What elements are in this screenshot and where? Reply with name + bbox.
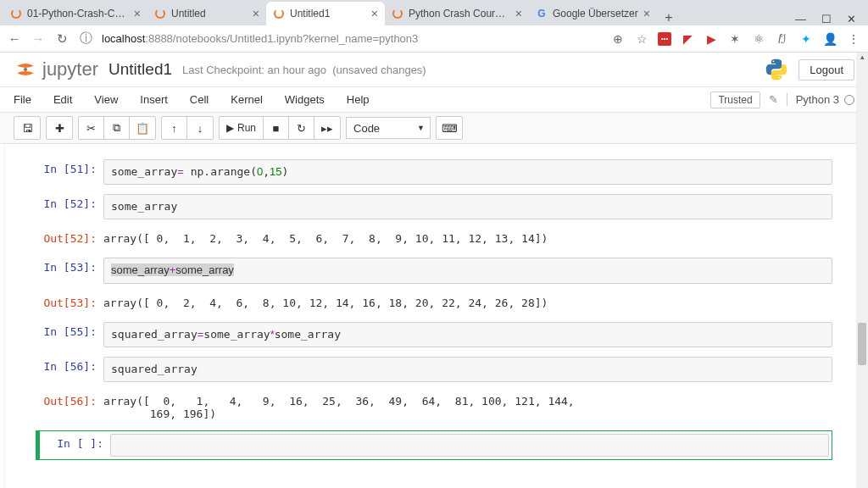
browser-tab[interactable]: Untitled×	[147, 2, 266, 25]
extension-icon[interactable]: ▶	[704, 31, 719, 47]
menu-widgets[interactable]: Widgets	[285, 93, 325, 106]
insert-cell-button[interactable]: ✚	[47, 117, 72, 139]
code-cell[interactable]: In [ ]:	[36, 430, 832, 460]
code-input[interactable]: some_array+some_array	[103, 258, 832, 283]
window-controls: — ☐ ✕	[787, 13, 865, 25]
star-icon[interactable]: ☆	[634, 31, 649, 47]
kernel-status-icon	[844, 95, 854, 105]
menu-bar: FileEditViewInsertCellKernelWidgetsHelp …	[0, 87, 868, 113]
toolbar: 🖫 ✚ ✂ ⧉ 📋 ↑ ↓ ▶ Run ■ ↻ ▸▸ Code ⌨	[0, 113, 868, 144]
input-prompt: In [51]:	[36, 159, 103, 185]
move-up-button[interactable]: ↑	[162, 117, 187, 139]
tab-close-icon[interactable]: ×	[253, 8, 259, 19]
code-cell[interactable]: In [52]:some_array	[36, 191, 832, 222]
command-palette-button[interactable]: ⌨	[437, 117, 462, 139]
copy-button[interactable]: ⧉	[104, 117, 130, 139]
cell-type-select[interactable]: Code	[346, 117, 431, 139]
minimize-icon[interactable]: —	[795, 13, 806, 25]
tab-close-icon[interactable]: ×	[371, 8, 378, 19]
extension-icon[interactable]: ſℐ	[775, 31, 790, 47]
interrupt-button[interactable]: ■	[264, 117, 289, 139]
extension-icon[interactable]: ✶	[727, 31, 743, 47]
input-prompt: In [ ]:	[42, 434, 110, 457]
forward-icon[interactable]: →	[31, 31, 46, 46]
extension-icon[interactable]: •••	[658, 32, 671, 46]
maximize-icon[interactable]: ☐	[821, 13, 832, 25]
browser-tab[interactable]: Untitled1×	[266, 2, 385, 25]
python-icon	[765, 58, 788, 81]
menu-edit[interactable]: Edit	[53, 93, 72, 106]
notebook-area: In [51]:some_array= np.arange(0,15)In [5…	[5, 144, 863, 488]
jupyter-header: jupyter Untitled1 Last Checkpoint: an ho…	[0, 53, 868, 87]
paste-button[interactable]: 📋	[130, 117, 155, 139]
restart-button[interactable]: ↻	[289, 117, 314, 139]
output-prompt: Out[52]:	[36, 229, 103, 248]
menu-icon[interactable]: ⋮	[846, 31, 861, 47]
extension-icon[interactable]: ✦	[798, 31, 814, 47]
menu-help[interactable]: Help	[347, 93, 370, 106]
edit-icon[interactable]: ✎	[769, 93, 778, 106]
reload-icon[interactable]: ↻	[54, 31, 70, 47]
output-prompt: Out[53]:	[36, 293, 103, 313]
output-cell: Out[52]:array([ 0, 1, 2, 3, 4, 5, 6, 7, …	[36, 226, 832, 251]
scrollbar[interactable]: ▴	[856, 53, 868, 488]
menu-kernel[interactable]: Kernel	[231, 93, 263, 106]
restart-run-all-button[interactable]: ▸▸	[314, 117, 340, 139]
output-cell: Out[53]:array([ 0, 2, 4, 6, 8, 10, 12, 1…	[36, 291, 832, 315]
profile-icon[interactable]: 👤	[822, 31, 837, 47]
kernel-indicator[interactable]: Python 3	[787, 93, 854, 106]
checkpoint-text: Last Checkpoint: an hour ago (unsaved ch…	[182, 64, 426, 76]
extension-icon[interactable]: ◤	[680, 31, 695, 47]
output-text: array([ 0, 2, 4, 6, 8, 10, 12, 14, 16, 1…	[103, 293, 832, 313]
browser-tab[interactable]: GGoogle Übersetzer×	[529, 2, 657, 25]
logout-button[interactable]: Logout	[798, 59, 854, 80]
output-cell: Out[56]:array([ 0, 1, 4, 9, 16, 25, 36, …	[36, 389, 832, 426]
notebook-title[interactable]: Untitled1	[108, 60, 172, 79]
close-icon[interactable]: ✕	[847, 13, 856, 25]
code-cell[interactable]: In [56]:squared_array	[36, 354, 832, 385]
code-input[interactable]: some_array	[103, 194, 832, 219]
browser-tab[interactable]: 01-Python-Crash-Course/×	[3, 2, 147, 25]
code-input[interactable]: some_array= np.arange(0,15)	[103, 159, 832, 185]
trusted-indicator[interactable]: Trusted	[710, 92, 760, 108]
browser-tab[interactable]: Python Crash Course Exerc×	[385, 2, 529, 25]
page-content: jupyter Untitled1 Last Checkpoint: an ho…	[0, 53, 868, 488]
input-prompt: In [52]:	[36, 194, 103, 219]
browser-actions: ⊕ ☆ ••• ◤ ▶ ✶ ⚛ ſℐ ✦ 👤 ⋮	[610, 31, 861, 47]
input-prompt: In [56]:	[36, 357, 103, 382]
tab-close-icon[interactable]: ×	[134, 8, 141, 19]
extension-icon[interactable]: ⚛	[751, 31, 766, 47]
svg-point-0	[24, 68, 27, 71]
url-text[interactable]: localhost:8888/notebooks/Untitled1.ipynb…	[102, 32, 602, 45]
code-cell[interactable]: In [55]:squared_array=some_array*some_ar…	[36, 319, 832, 350]
cut-button[interactable]: ✂	[79, 117, 104, 139]
output-text: array([ 0, 1, 2, 3, 4, 5, 6, 7, 8, 9, 10…	[103, 229, 832, 248]
menu-cell[interactable]: Cell	[190, 93, 209, 106]
code-cell[interactable]: In [53]:some_array+some_array	[36, 255, 832, 286]
code-input[interactable]	[110, 434, 829, 457]
zoom-icon[interactable]: ⊕	[610, 31, 626, 47]
output-text: array([ 0, 1, 4, 9, 16, 25, 36, 49, 64, …	[103, 391, 832, 424]
jupyter-logo[interactable]: jupyter	[14, 58, 98, 81]
menu-view[interactable]: View	[94, 93, 118, 106]
output-prompt: Out[56]:	[36, 391, 103, 424]
code-cell[interactable]: In [51]:some_array= np.arange(0,15)	[36, 157, 832, 187]
run-button[interactable]: ▶ Run	[220, 117, 264, 139]
site-info-icon[interactable]: ⓘ	[78, 30, 93, 47]
input-prompt: In [53]:	[36, 258, 103, 283]
code-input[interactable]: squared_array	[103, 357, 832, 382]
move-down-button[interactable]: ↓	[187, 117, 213, 139]
save-button[interactable]: 🖫	[14, 117, 40, 139]
input-prompt: In [55]:	[36, 322, 103, 347]
menu-file[interactable]: File	[14, 93, 31, 106]
menu-insert[interactable]: Insert	[140, 93, 168, 106]
tab-close-icon[interactable]: ×	[515, 8, 522, 19]
code-input[interactable]: squared_array=some_array*some_array	[103, 322, 832, 347]
new-tab-button[interactable]: +	[657, 10, 681, 25]
scroll-thumb[interactable]	[858, 323, 866, 365]
back-icon[interactable]: ←	[7, 31, 22, 46]
scroll-up-icon[interactable]: ▴	[856, 53, 868, 61]
address-bar: ← → ↻ ⓘ localhost:8888/notebooks/Untitle…	[0, 25, 868, 53]
browser-tab-strip: 01-Python-Crash-Course/×Untitled×Untitle…	[0, 0, 868, 25]
tab-close-icon[interactable]: ×	[643, 8, 650, 19]
